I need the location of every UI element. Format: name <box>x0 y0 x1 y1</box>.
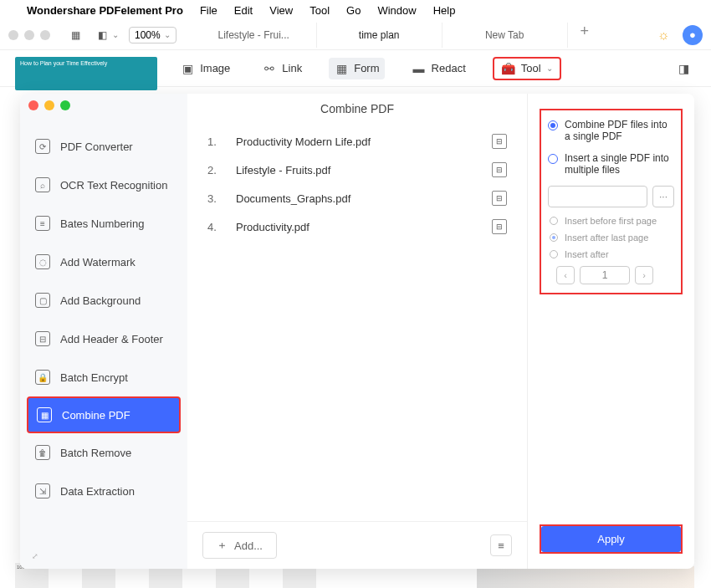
file-list: 1.Productivity Modern Life.pdf⊟ 2.Lifest… <box>187 127 527 521</box>
sidebar-item-batch-remove[interactable]: 🗑Batch Remove <box>20 433 187 472</box>
add-tab-button[interactable]: + <box>568 23 601 48</box>
sidebar-item-header-footer[interactable]: ⊟Add Header & Footer <box>20 320 187 358</box>
file-row[interactable]: 4.Productivity.pdf⊟ <box>207 212 507 241</box>
dialog-sidebar: ⟳PDF Converter ⌕OCR Text Recognition ≡Ba… <box>20 94 187 569</box>
window-traffic-lights[interactable] <box>8 30 50 40</box>
radio-icon <box>548 154 558 164</box>
insert-file-field[interactable] <box>548 186 647 207</box>
sidebar-item-background[interactable]: ▢Add Background <box>20 281 187 320</box>
dialog-title: Combine PDF <box>187 94 527 127</box>
menu-edit[interactable]: Edit <box>234 4 253 17</box>
file-row[interactable]: 1.Productivity Modern Life.pdf⊟ <box>207 127 507 156</box>
thumbnail-view-button[interactable]: ▦ <box>65 27 85 43</box>
option-combine[interactable]: Combine PDF files into a single PDF <box>548 119 674 142</box>
user-avatar[interactable]: ● <box>683 25 703 45</box>
combine-pdf-dialog: ⟳PDF Converter ⌕OCR Text Recognition ≡Ba… <box>20 94 694 569</box>
page-stepper: ‹ 1 › <box>548 266 674 284</box>
browse-file-button[interactable]: ··· <box>652 186 674 207</box>
step-up-button[interactable]: › <box>635 266 653 284</box>
page-value[interactable]: 1 <box>580 266 630 284</box>
bg-document-right <box>477 566 694 588</box>
menu-tool[interactable]: Tool <box>309 4 330 17</box>
menu-help[interactable]: Help <box>433 4 456 17</box>
option-insert-before: Insert before first page <box>548 216 674 226</box>
sidebar-resize-handle[interactable]: ⤢ <box>32 552 38 560</box>
app-name[interactable]: Wondershare PDFelement Pro <box>27 4 183 17</box>
redact-button[interactable]: ▬Redact <box>407 58 471 79</box>
bg-thumbnail: How to Plan your Time Effectively <box>15 57 157 90</box>
panel-toggle-icon[interactable]: ◨ <box>671 58 696 79</box>
close-icon[interactable] <box>28 100 38 110</box>
menu-go[interactable]: Go <box>346 4 361 17</box>
list-options-button[interactable]: ≡ <box>490 534 512 556</box>
sidebar-item-watermark[interactable]: ◌Add Watermark <box>20 243 187 281</box>
document-tabs: Lifestyle - Frui... time plan New Tab + <box>192 23 644 48</box>
sidebar-item-ocr[interactable]: ⌕OCR Text Recognition <box>20 166 187 204</box>
radio-icon <box>548 120 558 130</box>
app-bar: ▦ ◧⌄ 100%⌄ Lifestyle - Frui... time plan… <box>0 20 711 50</box>
option-insert-after-last: Insert after last page <box>548 233 674 243</box>
options-highlight-box: Combine PDF files into a single PDF Inse… <box>540 109 683 294</box>
option-insert-after-page: Insert after <box>548 249 674 259</box>
tool-dropdown[interactable]: 🧰Tool⌄ <box>493 57 561 80</box>
page-range-icon[interactable]: ⊟ <box>492 191 507 206</box>
image-button[interactable]: ▣Image <box>175 58 235 79</box>
dialog-footer: ＋Add... ≡ <box>187 521 527 569</box>
tab-new[interactable]: New Tab <box>442 23 568 48</box>
dialog-center: Combine PDF 1.Productivity Modern Life.p… <box>187 94 527 569</box>
tab-lifestyle[interactable]: Lifestyle - Frui... <box>192 23 317 48</box>
sidebar-item-batch-encrypt[interactable]: 🔒Batch Encrypt <box>20 358 187 396</box>
option-insert[interactable]: Insert a single PDF into multiple files <box>548 152 674 176</box>
dialog-traffic-lights[interactable] <box>28 100 70 110</box>
menu-view[interactable]: View <box>269 4 293 17</box>
sidebar-item-pdf-converter[interactable]: ⟳PDF Converter <box>20 127 187 166</box>
menu-window[interactable]: Window <box>377 4 416 17</box>
add-file-button[interactable]: ＋Add... <box>202 532 277 559</box>
tips-icon[interactable]: ☼ <box>651 28 676 43</box>
dialog-options-panel: Combine PDF files into a single PDF Inse… <box>527 94 694 569</box>
file-row[interactable]: 3.Documents_Graphs.pdf⊟ <box>207 184 507 212</box>
apply-highlight-box: Apply <box>540 524 683 554</box>
apply-button[interactable]: Apply <box>541 526 681 552</box>
form-button[interactable]: ▦Form <box>329 58 384 79</box>
sidebar-item-combine-pdf[interactable]: ▦Combine PDF <box>27 396 181 433</box>
maximize-icon[interactable] <box>60 100 70 110</box>
minimize-icon[interactable] <box>44 100 54 110</box>
step-down-button[interactable]: ‹ <box>556 266 575 284</box>
sidebar-layout-button[interactable]: ◧⌄ <box>92 27 122 43</box>
sidebar-item-bates[interactable]: ≡Bates Numbering <box>20 204 187 243</box>
page-range-icon[interactable]: ⊟ <box>492 134 507 149</box>
file-row[interactable]: 2.Lifestyle - Fruits.pdf⊟ <box>207 156 507 184</box>
zoom-dropdown[interactable]: 100%⌄ <box>129 27 176 43</box>
sidebar-item-data-extraction[interactable]: ⇲Data Extraction <box>20 472 187 510</box>
page-range-icon[interactable]: ⊟ <box>492 219 507 234</box>
tab-time-plan[interactable]: time plan <box>317 23 442 48</box>
menubar: Wondershare PDFelement Pro File Edit Vie… <box>0 0 711 20</box>
link-button[interactable]: ⚯Link <box>257 58 307 79</box>
plus-icon: ＋ <box>217 538 228 553</box>
page-range-icon[interactable]: ⊟ <box>492 162 507 177</box>
menu-file[interactable]: File <box>200 4 217 17</box>
